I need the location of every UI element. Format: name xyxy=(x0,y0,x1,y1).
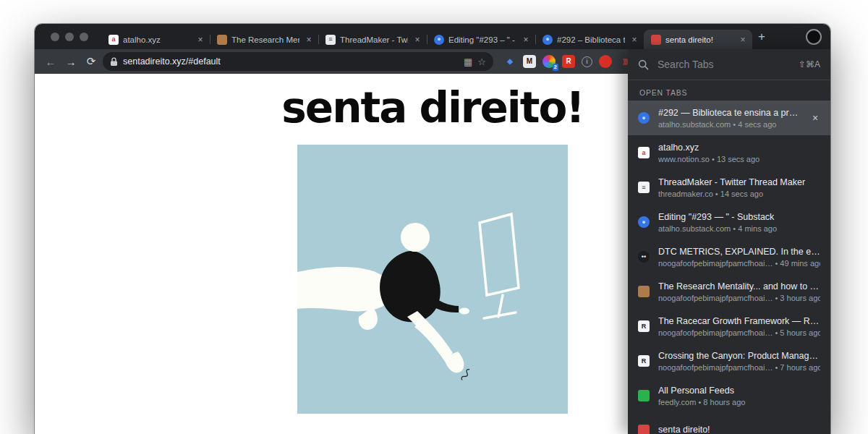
info-extension-icon[interactable]: i xyxy=(582,56,592,67)
open-tab-text: atalho.xyzwww.notion.so • 13 secs ago xyxy=(658,142,820,163)
sitting-person-illustration xyxy=(297,145,568,414)
tab-label: The Research Menta xyxy=(231,35,299,44)
zoom-window-button[interactable] xyxy=(80,33,88,41)
browser-tab[interactable]: The Research Menta× xyxy=(210,30,318,49)
atalho-favicon: a xyxy=(109,35,119,45)
bolt-extension-icon[interactable]: ◆ xyxy=(503,55,516,68)
open-tab-text: #292 — Biblioteca te ensina a pronú…atal… xyxy=(658,108,801,129)
browser-tab[interactable]: ≡ThreadMaker - Twitt× xyxy=(318,30,427,49)
open-tab-item[interactable]: ●#292 — Biblioteca te ensina a pronú…ata… xyxy=(628,101,830,135)
tab-close-icon[interactable]: × xyxy=(412,35,422,45)
open-tab-item[interactable]: ••DTC METRICS, EXPLAINED. In the early d… xyxy=(628,239,830,274)
extension-badge: 2 xyxy=(553,64,558,71)
close-window-button[interactable] xyxy=(51,33,59,41)
research-favicon xyxy=(638,286,650,297)
search-icon xyxy=(638,59,649,70)
minimize-window-button[interactable] xyxy=(65,33,74,41)
open-tabs-list: ●#292 — Biblioteca te ensina a pronú…ata… xyxy=(628,101,830,434)
extension-icons: ◆M2Ri))) xyxy=(503,55,631,68)
open-tab-item[interactable]: ●Editing "#293 — " - Substackatalho.subs… xyxy=(628,205,830,239)
open-tab-title: The Research Mentality... and how to ado… xyxy=(658,281,820,292)
open-tab-meta: feedly.com • 8 hours ago xyxy=(658,398,820,407)
tab-close-icon[interactable]: × xyxy=(738,35,748,45)
open-tab-text: senta direito! xyxy=(658,425,820,434)
forward-button[interactable]: → xyxy=(62,56,80,68)
substack-favicon: ● xyxy=(542,35,553,45)
address-bar[interactable]: sentadireito.xyz/#default ▦ ☆ xyxy=(103,52,493,71)
open-tab-item[interactable]: aatalho.xyzwww.notion.so • 13 secs ago xyxy=(628,135,830,170)
profile-avatar[interactable] xyxy=(806,29,822,45)
open-tab-meta: noogafoofpebimajpfpamcfhoai… • 3 hours a… xyxy=(658,294,820,302)
browser-tab[interactable]: ●#292 – Biblioteca te× xyxy=(535,30,644,49)
open-tab-text: The Research Mentality... and how to ado… xyxy=(658,281,820,302)
open-tabs-section-label: OPEN TABS xyxy=(628,80,830,101)
open-tab-text: ThreadMaker - Twitter Thread Makerthread… xyxy=(658,177,820,198)
open-tab-item[interactable]: All Personal Feedsfeedly.com • 8 hours a… xyxy=(628,378,830,413)
open-tab-meta: noogafoofpebimajpfpamcfhoai… • 7 hours a… xyxy=(658,363,820,372)
open-tab-title: ThreadMaker - Twitter Thread Maker xyxy=(658,177,820,187)
atalho-favicon: a xyxy=(638,147,650,158)
tab-close-icon[interactable]: × xyxy=(195,35,205,45)
reader-grid-icon[interactable]: ▦ xyxy=(464,57,472,67)
tab-strip: aatalho.xyz×The Research Menta×≡ThreadMa… xyxy=(35,24,830,49)
open-tab-meta: noogafoofpebimajpfpamcfhoai… • 5 hours a… xyxy=(658,328,820,337)
tab-close-icon[interactable]: × xyxy=(304,35,314,45)
open-tab-text: Editing "#293 — " - Substackatalho.subst… xyxy=(658,212,820,233)
new-tab-button[interactable]: + xyxy=(752,27,771,46)
url-text: sentadireito.xyz/#default xyxy=(123,56,459,67)
open-tab-title: #292 — Biblioteca te ensina a pronú… xyxy=(658,108,801,118)
open-tab-item[interactable]: RThe Racecar Growth Framework — Reforgen… xyxy=(628,309,830,344)
tab-label: senta direito! xyxy=(665,35,733,44)
open-tab-title: Crossing the Canyon: Product Manager t… xyxy=(658,351,820,361)
tab-label: Editing "#293 – " - xyxy=(448,35,516,44)
browser-tab[interactable]: aatalho.xyz× xyxy=(101,30,210,49)
tab-label: #292 – Biblioteca te xyxy=(557,35,625,44)
open-tab-text: DTC METRICS, EXPLAINED. In the early d…n… xyxy=(658,247,820,268)
open-tab-meta: noogafoofpebimajpfpamcfhoai… • 49 mins a… xyxy=(658,259,820,268)
open-tab-text: Crossing the Canyon: Product Manager t…n… xyxy=(658,351,820,372)
reload-button[interactable]: ⟳ xyxy=(82,55,100,68)
tab-search-panel: ⇧⌘A OPEN TABS ●#292 — Biblioteca te ensi… xyxy=(628,49,830,434)
tab-label: atalho.xyz xyxy=(123,35,191,44)
pinwheel-extension-icon[interactable]: 2 xyxy=(542,55,556,68)
m-extension-icon[interactable]: M xyxy=(523,55,536,68)
open-tab-title: atalho.xyz xyxy=(658,142,820,153)
senta-direito-favicon xyxy=(638,425,650,434)
open-tab-title: Editing "#293 — " - Substack xyxy=(658,212,820,222)
red-circle-extension-icon[interactable] xyxy=(599,55,612,68)
reforge-favicon: R xyxy=(638,320,650,332)
open-tab-title: All Personal Feeds xyxy=(658,386,820,396)
close-icon[interactable]: × xyxy=(810,112,820,124)
open-tab-title: The Racecar Growth Framework — Reforge xyxy=(658,316,820,326)
tab-close-icon[interactable]: × xyxy=(521,35,531,45)
substack-favicon: ● xyxy=(638,216,650,228)
open-tab-item[interactable]: RCrossing the Canyon: Product Manager t…… xyxy=(628,344,830,378)
window-controls xyxy=(51,33,88,41)
open-tab-meta: atalho.substack.com • 4 secs ago xyxy=(658,120,801,129)
open-tab-item[interactable]: ≡ThreadMaker - Twitter Thread Makerthrea… xyxy=(628,170,830,205)
tab-search-row: ⇧⌘A xyxy=(628,49,830,80)
open-tab-item[interactable]: The Research Mentality... and how to ado… xyxy=(628,274,830,309)
browser-tab-active[interactable]: senta direito!× xyxy=(644,30,752,49)
open-tab-item[interactable]: senta direito! xyxy=(628,413,830,434)
shortcut-hint: ⇧⌘A xyxy=(799,59,820,69)
open-tab-text: The Racecar Growth Framework — Reforgeno… xyxy=(658,316,820,337)
tab-label: ThreadMaker - Twitt xyxy=(340,35,408,44)
open-tab-meta: atalho.substack.com • 4 mins ago xyxy=(658,224,820,233)
bookmark-star-icon[interactable]: ☆ xyxy=(477,57,486,67)
back-button[interactable]: ← xyxy=(42,56,59,68)
search-tabs-input[interactable] xyxy=(656,58,791,71)
open-tab-title: senta direito! xyxy=(658,425,820,434)
browser-tab[interactable]: ●Editing "#293 – " -× xyxy=(427,30,535,49)
tab-strip-tabs: aatalho.xyz×The Research Menta×≡ThreadMa… xyxy=(101,24,752,49)
substack-favicon: ● xyxy=(434,35,444,45)
open-tab-meta: threadmaker.co • 14 secs ago xyxy=(658,190,820,198)
threadmaker-favicon: ≡ xyxy=(326,35,336,45)
tab-close-icon[interactable]: × xyxy=(629,35,639,45)
research-favicon xyxy=(217,35,227,45)
substack-favicon: ● xyxy=(638,112,650,124)
senta-direito-favicon xyxy=(651,35,661,45)
dtc-favicon: •• xyxy=(638,251,650,263)
r-red-extension-icon[interactable]: R xyxy=(562,55,575,68)
feedly-favicon xyxy=(638,390,650,401)
